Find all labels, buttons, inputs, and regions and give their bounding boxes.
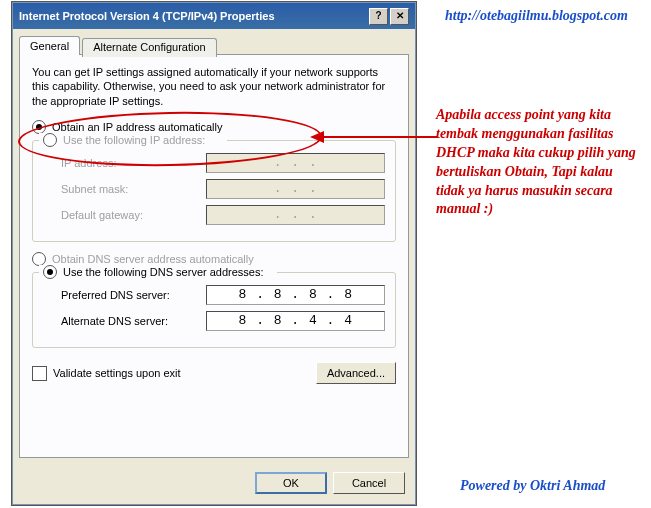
subnet-mask-input: . . .	[206, 179, 385, 199]
titlebar[interactable]: Internet Protocol Version 4 (TCP/IPv4) P…	[13, 3, 415, 29]
obtain-dns-auto-row[interactable]: Obtain DNS server address automatically	[32, 252, 396, 266]
use-following-ip-row[interactable]: Use the following IP address:	[39, 133, 227, 147]
subnet-mask-label: Subnet mask:	[61, 183, 206, 195]
checkbox-icon	[32, 366, 47, 381]
default-gateway-input: . . .	[206, 205, 385, 225]
general-panel: You can get IP settings assigned automat…	[19, 54, 409, 458]
dns-manual-group: Use the following DNS server addresses: …	[32, 272, 396, 348]
alternate-dns-input[interactable]: 8 . 8 . 4 . 4	[206, 311, 385, 331]
preferred-dns-input[interactable]: 8 . 8 . 8 . 8	[206, 285, 385, 305]
radio-icon	[32, 252, 46, 266]
validate-settings-row[interactable]: Validate settings upon exit	[32, 366, 181, 381]
preferred-dns-label: Preferred DNS server:	[61, 289, 206, 301]
annotation-powered-by: Powered by Oktri Ahmad	[460, 478, 605, 494]
validate-settings-label: Validate settings upon exit	[53, 367, 181, 379]
obtain-ip-auto-row[interactable]: Obtain an IP address automatically	[32, 120, 396, 134]
ip-manual-group: Use the following IP address: IP address…	[32, 140, 396, 242]
annotation-note: Apabila access point yang kita tembak me…	[436, 106, 636, 219]
close-button[interactable]: ✕	[390, 8, 409, 25]
ok-button[interactable]: OK	[255, 472, 327, 494]
annotation-url: http://otebagiilmu.blogspot.com	[445, 8, 628, 24]
advanced-button[interactable]: Advanced...	[316, 362, 396, 384]
tab-general[interactable]: General	[19, 36, 80, 55]
radio-icon	[32, 120, 46, 134]
tab-strip: General Alternate Configuration	[19, 36, 409, 55]
ip-address-label: IP address:	[61, 157, 206, 169]
cancel-button[interactable]: Cancel	[333, 472, 405, 494]
obtain-dns-auto-label: Obtain DNS server address automatically	[52, 253, 254, 265]
radio-icon	[43, 133, 57, 147]
ipv4-properties-dialog: Internet Protocol Version 4 (TCP/IPv4) P…	[12, 2, 416, 505]
use-following-ip-label: Use the following IP address:	[63, 134, 205, 146]
default-gateway-label: Default gateway:	[61, 209, 206, 221]
use-following-dns-row[interactable]: Use the following DNS server addresses:	[39, 265, 277, 279]
help-button[interactable]: ?	[369, 8, 388, 25]
dialog-button-row: OK Cancel	[13, 464, 415, 504]
obtain-ip-auto-label: Obtain an IP address automatically	[52, 121, 222, 133]
alternate-dns-label: Alternate DNS server:	[61, 315, 206, 327]
tab-alternate-configuration[interactable]: Alternate Configuration	[82, 38, 217, 57]
window-title: Internet Protocol Version 4 (TCP/IPv4) P…	[19, 10, 275, 22]
ip-address-input: . . .	[206, 153, 385, 173]
use-following-dns-label: Use the following DNS server addresses:	[63, 266, 264, 278]
description-text: You can get IP settings assigned automat…	[32, 65, 396, 108]
radio-icon	[43, 265, 57, 279]
